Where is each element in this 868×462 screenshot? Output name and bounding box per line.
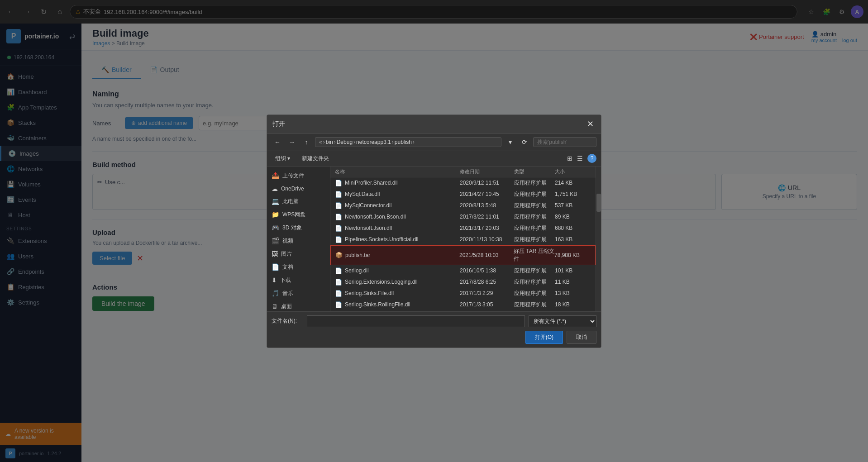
file-icon: 📄	[335, 236, 342, 243]
bc-debug[interactable]: Debug	[337, 139, 353, 145]
file-row[interactable]: 📄MySql.Data.dll 2021/4/27 10:45 应用程序扩展 1…	[330, 189, 596, 200]
file-icon: 📄	[335, 180, 342, 186]
sidebar-upload[interactable]: 📤 上传文件	[267, 169, 330, 182]
sidebar-label: WPS网盘	[282, 211, 305, 219]
bc-bin[interactable]: bin	[326, 139, 333, 145]
file-name-cell: 📄Newtonsoft.Json.dll	[335, 225, 460, 232]
downloads-icon: ⬇	[272, 276, 277, 284]
filetype-select[interactable]: 所有文件 (*.*)	[529, 315, 596, 327]
file-row[interactable]: 📄MySqlConnector.dll 2020/8/13 5:48 应用程序扩…	[330, 200, 596, 211]
file-name-cell: 📄MiniProfiler.Shared.dll	[335, 180, 460, 186]
file-icon: 📄	[335, 202, 342, 209]
dialog-forward-button[interactable]: →	[286, 136, 298, 148]
file-row[interactable]: 📄Newtonsoft.Json.dll 2021/3/17 20:03 应用程…	[330, 223, 596, 234]
new-folder-button[interactable]: 新建文件夹	[298, 153, 333, 164]
file-dialog-overlay: 打开 ✕ ← → ↑ « › bin › Debug › netcoreapp3…	[0, 0, 868, 462]
file-row[interactable]: 📄Serilog.Extensions.Logging.dll 2017/8/2…	[330, 276, 596, 288]
file-icon: 📄	[335, 290, 342, 297]
dialog-up-button[interactable]: ↑	[300, 136, 312, 148]
col-date[interactable]: 修改日期	[460, 168, 514, 175]
file-icon: 📄	[335, 279, 342, 286]
filename-label: 文件名(N):	[272, 317, 303, 325]
dialog-buttons: 打开(O) 取消	[272, 331, 596, 344]
bc-sep4: ›	[392, 139, 394, 145]
col-size[interactable]: 大小	[555, 168, 591, 175]
bc-netcoreapp[interactable]: netcoreapp3.1	[356, 139, 391, 145]
file-list-area: 名称 修改日期 类型 大小 📄MiniProfiler.Shared.dll 2…	[330, 167, 596, 311]
dialog-search-input[interactable]	[533, 137, 596, 147]
file-row[interactable]: 📄Newtonsoft.Json.Bson.dll 2017/3/22 11:0…	[330, 211, 596, 223]
dialog-body: 📤 上传文件 ☁ OneDrive 💻 此电脑 📁 WPS网盘 🎮	[267, 167, 601, 311]
bc-arrow: «	[319, 139, 322, 145]
sidebar-label: 文档	[282, 263, 293, 271]
dialog-scrollbar[interactable]	[596, 167, 601, 311]
col-name[interactable]: 名称	[335, 168, 460, 175]
file-icon: 📄	[335, 191, 342, 198]
pictures-icon: 🖼	[272, 250, 278, 257]
filename-input[interactable]	[307, 315, 525, 327]
sidebar-3d[interactable]: 🎮 3D 对象	[267, 221, 330, 234]
file-name-cell: 📄Pipelines.Sockets.Unofficial.dll	[335, 236, 460, 243]
file-row[interactable]: 📄Serilog.Sinks.RollingFile.dll 2017/1/3 …	[330, 299, 596, 310]
file-icon: 📄	[335, 301, 342, 308]
onedrive-icon: ☁	[272, 185, 278, 192]
col-type[interactable]: 类型	[514, 168, 555, 175]
dialog-close-button[interactable]: ✕	[585, 119, 596, 129]
sidebar-desktop[interactable]: 🖥 桌面	[267, 300, 330, 311]
file-row[interactable]: 📄MiniProfiler.Shared.dll 2020/9/12 11:51…	[330, 177, 596, 189]
bc-sep: ›	[323, 139, 325, 145]
file-row[interactable]: 📄SkyAPM.Abstractions.dll 2021/5/15 13:54…	[330, 310, 596, 311]
file-name-cell: 📄MySqlConnector.dll	[335, 202, 460, 209]
video-icon: 🎬	[272, 237, 279, 244]
file-name-cell: 📄MySql.Data.dll	[335, 191, 460, 198]
sidebar-label: OneDrive	[281, 186, 304, 192]
file-name-cell: 📄Serilog.Sinks.RollingFile.dll	[335, 301, 460, 308]
view-list-button[interactable]: ⊞	[567, 155, 572, 162]
sidebar-video[interactable]: 🎬 视频	[267, 234, 330, 248]
dialog-bottom: 文件名(N): 所有文件 (*.*) 打开(O) 取消	[267, 311, 601, 348]
dialog-refresh-button[interactable]: ⟳	[519, 136, 530, 148]
dialog-action-bar: 组织 ▾ 新建文件夹 ⊞ ☰ ?	[267, 151, 601, 167]
sidebar-documents[interactable]: 📄 文档	[267, 261, 330, 274]
3d-icon: 🎮	[272, 224, 279, 231]
file-name-cell: 📄Serilog.Sinks.File.dll	[335, 290, 460, 297]
sidebar-label: 3D 对象	[282, 224, 302, 232]
sidebar-music[interactable]: 🎵 音乐	[267, 287, 330, 300]
file-name-cell: 📄Serilog.Extensions.Logging.dll	[335, 279, 460, 286]
file-row[interactable]: 📄Serilog.dll 2016/10/5 1:38 应用程序扩展 101 K…	[330, 265, 596, 276]
dialog-back-button[interactable]: ←	[272, 136, 283, 148]
help-button[interactable]: ?	[587, 154, 596, 163]
organize-button[interactable]: 组织 ▾	[272, 153, 294, 164]
file-row[interactable]: 📄Pipelines.Sockets.Unofficial.dll 2020/1…	[330, 234, 596, 245]
sidebar-downloads[interactable]: ⬇ 下载	[267, 274, 330, 287]
dialog-breadcrumb-bar: « › bin › Debug › netcoreapp3.1 › publis…	[315, 137, 501, 147]
sidebar-label: 此电脑	[282, 198, 299, 205]
file-icon: 📄	[335, 214, 342, 220]
sidebar-label: 图片	[281, 250, 292, 258]
bc-publish[interactable]: publish	[395, 139, 412, 145]
sidebar-wpsdrive[interactable]: 📁 WPS网盘	[267, 208, 330, 221]
file-row[interactable]: 📄Serilog.Sinks.File.dll 2017/1/3 2:29 应用…	[330, 288, 596, 299]
sidebar-pictures[interactable]: 🖼 图片	[267, 248, 330, 261]
dialog-dropdown-button[interactable]: ▾	[504, 136, 516, 148]
file-icon: 📄	[335, 267, 342, 274]
bc-sep2: ›	[334, 139, 336, 145]
computer-icon: 💻	[272, 198, 279, 205]
view-details-button[interactable]: ☰	[577, 155, 583, 162]
file-icon: 📦	[335, 252, 343, 258]
dialog-cancel-button[interactable]: 取消	[567, 331, 596, 344]
filename-row: 文件名(N): 所有文件 (*.*)	[272, 315, 596, 327]
sidebar-label: 桌面	[281, 303, 292, 310]
file-name-cell: 📦publish.tar	[335, 252, 459, 258]
dialog-titlebar: 打开 ✕	[267, 115, 601, 133]
dialog-open-button[interactable]: 打开(O)	[525, 331, 563, 344]
dialog-title: 打开	[272, 120, 285, 128]
desktop-icon: 🖥	[272, 303, 278, 310]
music-icon: 🎵	[272, 290, 279, 297]
sidebar-label: 上传文件	[282, 172, 304, 180]
upload-icon: 📤	[272, 172, 279, 179]
sidebar-onedrive[interactable]: ☁ OneDrive	[267, 182, 330, 195]
file-row-highlighted[interactable]: 📦publish.tar 2021/5/28 10:03 好压 TAR 压缩文件…	[330, 245, 596, 265]
sidebar-thispc[interactable]: 💻 此电脑	[267, 195, 330, 208]
documents-icon: 📄	[272, 263, 279, 271]
